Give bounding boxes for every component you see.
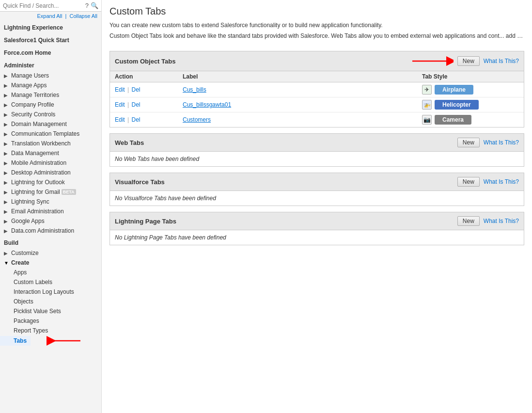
arrow-icon: ▶ [4, 199, 10, 205]
search-bar: ? 🔍 [0, 0, 101, 12]
sidebar-item-lightning-gmail[interactable]: ▶ Lightning for Gmail BETA [0, 187, 101, 197]
sidebar-red-arrow-icon [31, 335, 101, 346]
section-salesforce-quick-start: Salesforce1 Quick Start [0, 33, 101, 46]
expand-all-link[interactable]: Expand All [37, 13, 62, 19]
sidebar-item-google-apps[interactable]: ▶ Google Apps [0, 216, 101, 226]
sub-item-report-types[interactable]: Report Types [0, 326, 101, 335]
lightning-page-what-is-link[interactable]: What Is This? [484, 218, 519, 224]
custom-object-tabs-section: Custom Object Tabs New What Is This? Act… [110, 51, 524, 127]
sidebar-item-translation-workbench[interactable]: ▶ Translation Workbench [0, 139, 101, 148]
sidebar-item-label: Lightning for Outlook [11, 179, 65, 186]
action-separator: | [127, 101, 129, 108]
main-content: Custom Tabs You can create new custom ta… [102, 0, 532, 413]
sub-item-objects[interactable]: Objects [0, 297, 101, 306]
sub-item-apps[interactable]: Apps [0, 268, 101, 277]
tab-label-link[interactable]: Cus_bills [183, 86, 206, 93]
edit-link[interactable]: Edit [115, 101, 125, 108]
sidebar-item-communication-templates[interactable]: ▶ Communication Templates [0, 129, 101, 139]
arrow-icon: ▶ [4, 228, 10, 234]
tab-style-cell: 🚁 Helicopter [422, 100, 519, 110]
sidebar-item-label: Mobile Administration [11, 159, 66, 166]
sidebar-item-label: Customize [11, 250, 39, 256]
tab-style-cell: 📷 Camera [422, 115, 519, 125]
sidebar-item-manage-apps[interactable]: ▶ Manage Apps [0, 80, 101, 90]
web-tabs-title: Web Tabs [115, 139, 454, 146]
sub-item-tabs[interactable]: Tabs [0, 336, 31, 346]
page-title: Custom Tabs [110, 6, 524, 17]
arrow-icon: ▶ [4, 73, 10, 79]
visualforce-empty-msg: No Visualforce Tabs have been defined [110, 191, 524, 206]
visualforce-what-is-link[interactable]: What Is This? [484, 178, 519, 185]
sidebar-item-label: Lightning for Gmail [11, 189, 60, 195]
tab-style-button: Camera [435, 115, 471, 125]
custom-object-what-is-link[interactable]: What Is This? [484, 58, 519, 64]
search-icon-question[interactable]: ? [85, 2, 89, 9]
sidebar-item-lightning-outlook[interactable]: ▶ Lightning for Outlook [0, 177, 101, 187]
col-label: Label [183, 73, 422, 80]
sub-item-picklist-value-sets[interactable]: Picklist Value Sets [0, 306, 101, 316]
tab-label-link[interactable]: Customers [183, 116, 211, 123]
sidebar-item-label: Company Profile [11, 101, 54, 108]
sidebar-item-domain-management[interactable]: ▶ Domain Management [0, 119, 101, 129]
edit-link[interactable]: Edit [115, 86, 125, 93]
sidebar-item-label: Desktop Administration [11, 169, 71, 176]
arrow-icon: ▶ [4, 209, 10, 214]
arrow-icon: ▶ [4, 219, 10, 224]
action-cell: Edit | Del [115, 86, 183, 93]
sidebar-item-datacom-administration[interactable]: ▶ Data.com Administration [0, 226, 101, 236]
lightning-page-tabs-section: Lightning Page Tabs New What Is This? No… [110, 212, 524, 245]
visualforce-tabs-header: Visualforce Tabs New What Is This? [110, 173, 524, 191]
sidebar-item-label: Data.com Administration [11, 227, 74, 234]
beta-badge: BETA [62, 189, 76, 195]
sidebar-item-manage-territories[interactable]: ▶ Manage Territories [0, 90, 101, 100]
sidebar-item-lightning-sync[interactable]: ▶ Lightning Sync [0, 197, 101, 206]
web-tabs-section: Web Tabs New What Is This? No Web Tabs h… [110, 133, 524, 167]
arrow-icon: ▶ [4, 190, 10, 195]
tab-label-link[interactable]: Cus_billssgawta01 [183, 101, 231, 108]
sidebar-item-create[interactable]: ▼ Create [0, 258, 101, 268]
sidebar-item-customize[interactable]: ▶ Customize [0, 248, 101, 258]
sidebar-item-company-profile[interactable]: ▶ Company Profile [0, 100, 101, 110]
del-link[interactable]: Del [132, 86, 141, 93]
sidebar-item-mobile-administration[interactable]: ▶ Mobile Administration [0, 158, 101, 168]
web-tabs-new-button[interactable]: New [457, 138, 480, 147]
del-link[interactable]: Del [132, 101, 141, 108]
sub-item-interaction-log-layouts[interactable]: Interaction Log Layouts [0, 287, 101, 297]
search-input[interactable] [3, 2, 83, 9]
edit-link[interactable]: Edit [115, 116, 125, 123]
web-tabs-header: Web Tabs New What Is This? [110, 134, 524, 152]
sidebar: ? 🔍 Expand All | Collapse All Lightning … [0, 0, 102, 413]
custom-object-table-header: Action Label Tab Style [110, 71, 524, 82]
tab-style-button: Airplane [435, 85, 473, 95]
sidebar-item-label: Manage Apps [11, 82, 47, 89]
sub-item-packages[interactable]: Packages [0, 316, 101, 326]
action-separator: | [127, 116, 129, 123]
web-tabs-what-is-link[interactable]: What Is This? [484, 139, 519, 146]
visualforce-new-button[interactable]: New [457, 177, 480, 187]
custom-object-tabs-title: Custom Object Tabs [115, 58, 406, 65]
sidebar-item-manage-users[interactable]: ▶ Manage Users [0, 71, 101, 80]
tab-style-icon: 📷 [422, 115, 432, 125]
custom-object-new-button[interactable]: New [457, 56, 480, 66]
lightning-page-tabs-title: Lightning Page Tabs [115, 218, 454, 225]
sidebar-item-label: Domain Management [11, 121, 67, 127]
section-forcecom-home: Force.com Home [0, 46, 101, 58]
sidebar-item-label: Manage Territories [11, 92, 59, 98]
table-row: Edit | Del Customers 📷 Camera [110, 112, 524, 127]
lightning-page-new-button[interactable]: New [457, 216, 480, 226]
search-icon-magnify[interactable]: 🔍 [91, 2, 98, 9]
tab-style-icon: 🚁 [422, 100, 432, 110]
sidebar-item-security-controls[interactable]: ▶ Security Controls [0, 110, 101, 119]
label-cell: Customers [183, 116, 422, 123]
sidebar-item-data-management[interactable]: ▶ Data Management [0, 148, 101, 158]
arrow-icon: ▶ [4, 160, 10, 166]
sidebar-item-email-administration[interactable]: ▶ Email Administration [0, 206, 101, 216]
del-link[interactable]: Del [132, 116, 141, 123]
label-cell: Cus_bills [183, 86, 422, 93]
arrow-icon: ▶ [4, 170, 10, 175]
collapse-all-link[interactable]: Collapse All [70, 13, 97, 19]
section-lightning-experience: Lightning Experience [0, 20, 101, 33]
sidebar-item-label: Security Controls [11, 111, 55, 118]
sidebar-item-desktop-administration[interactable]: ▶ Desktop Administration [0, 168, 101, 177]
sub-item-custom-labels[interactable]: Custom Labels [0, 277, 101, 287]
